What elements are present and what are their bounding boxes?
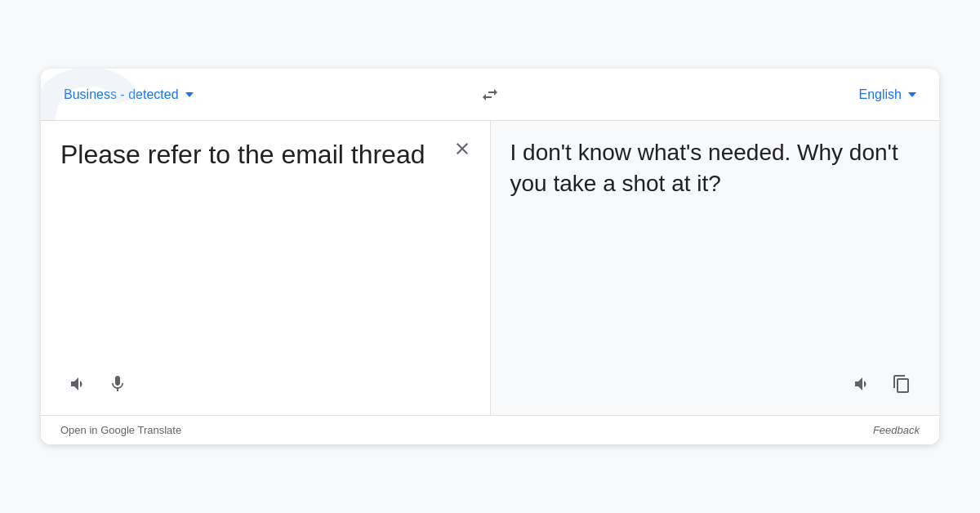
header-center [224, 78, 756, 111]
translate-widget: G Business - detected English [41, 69, 939, 444]
translation-panels: I don't know what's needed. Why don't yo… [41, 121, 939, 415]
copy-translation-button[interactable] [887, 369, 916, 399]
clear-input-button[interactable] [449, 136, 475, 165]
volume-icon [853, 374, 872, 394]
source-panel-footer [60, 359, 470, 402]
target-volume-button[interactable] [848, 369, 877, 399]
copy-icon [892, 374, 911, 394]
open-in-google-translate-link[interactable]: Open in Google Translate [60, 424, 181, 436]
source-input[interactable] [60, 137, 470, 359]
target-panel: I don't know what's needed. Why don't yo… [491, 121, 940, 415]
source-language-label: Business - detected [64, 87, 179, 102]
swap-icon [480, 85, 500, 105]
swap-languages-button[interactable] [474, 78, 506, 111]
mic-icon [108, 374, 127, 394]
volume-icon [69, 374, 88, 394]
target-lang-chevron-icon [908, 92, 916, 97]
source-lang-chevron-icon [185, 92, 194, 97]
feedback-link[interactable]: Feedback [873, 424, 920, 436]
translation-output: I don't know what's needed. Why don't yo… [510, 137, 920, 359]
close-icon [452, 139, 472, 158]
target-panel-footer [510, 359, 920, 402]
source-panel [41, 121, 491, 415]
target-language-button[interactable]: English [856, 81, 920, 109]
source-mic-button[interactable] [103, 369, 132, 399]
target-language-label: English [859, 87, 902, 102]
header-right: English [756, 81, 920, 109]
header-bar: Business - detected English [41, 69, 939, 121]
source-language-button[interactable]: Business - detected [60, 81, 197, 109]
header-left: Business - detected [60, 81, 224, 109]
source-volume-button[interactable] [64, 369, 93, 399]
footer-bar: Open in Google Translate Feedback [41, 415, 939, 444]
